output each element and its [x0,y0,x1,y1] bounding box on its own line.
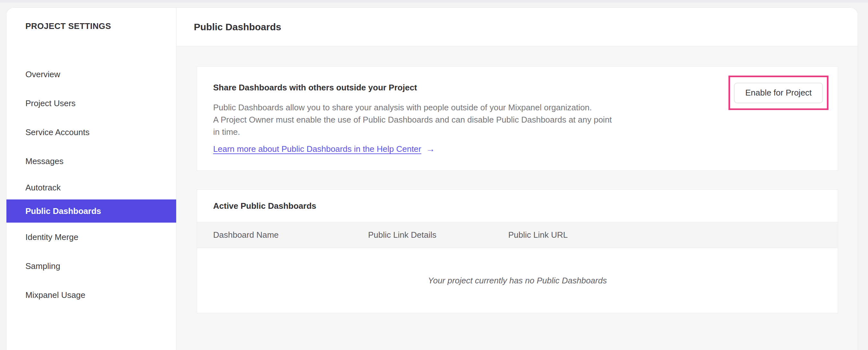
share-card-description-line: Public Dashboards allow you to share you… [213,101,722,114]
settings-sidebar: PROJECT SETTINGS Overview Project Users … [6,8,177,350]
share-card-description: Public Dashboards allow you to share you… [213,101,722,138]
active-dashboards-title-row: Active Public Dashboards [197,190,838,222]
active-dashboards-card: Active Public Dashboards Dashboard Name … [197,189,838,313]
page-header: Public Dashboards [177,8,858,46]
column-header-dashboard-name: Dashboard Name [213,230,368,240]
sidebar-title: PROJECT SETTINGS [6,21,176,31]
column-header-public-link-details: Public Link Details [368,230,508,240]
sidebar-item-autotrack[interactable]: Autotrack [6,176,176,200]
dashboards-table-empty-state: Your project currently has no Public Das… [197,248,838,313]
sidebar-item-service-accounts[interactable]: Service Accounts [6,118,176,147]
share-card-heading: Share Dashboards with others outside you… [213,82,722,93]
sidebar-item-public-dashboards[interactable]: Public Dashboards [6,200,176,223]
sidebar-item-sampling[interactable]: Sampling [6,252,176,281]
sidebar-item-messages[interactable]: Messages [6,147,176,176]
arrow-right-icon: → [426,144,435,154]
sidebar-item-project-users[interactable]: Project Users [6,89,176,118]
help-center-link[interactable]: Learn more about Public Dashboards in th… [213,144,435,154]
share-card-description-line: in time. [213,126,722,138]
sidebar-item-overview[interactable]: Overview [6,60,176,89]
column-header-public-link-url: Public Link URL [508,230,838,240]
empty-state-message: Your project currently has no Public Das… [428,276,607,286]
sidebar-item-mixpanel-usage[interactable]: Mixpanel Usage [6,281,176,310]
project-settings-app: PROJECT SETTINGS Overview Project Users … [6,7,858,350]
settings-nav: Overview Project Users Service Accounts … [6,60,176,310]
dashboards-table-header: Dashboard Name Public Link Details Publi… [197,222,838,248]
help-center-link-label: Learn more about Public Dashboards in th… [213,144,422,154]
page-title: Public Dashboards [194,22,281,32]
active-dashboards-title: Active Public Dashboards [213,201,316,211]
sidebar-item-identity-merge[interactable]: Identity Merge [6,223,176,252]
annotation-highlight-box: Enable for Project [728,76,829,110]
content-area: Share Dashboards with others outside you… [177,46,858,350]
enable-for-project-button[interactable]: Enable for Project [734,83,823,103]
share-card-description-line: A Project Owner must enable the use of P… [213,114,722,126]
share-dashboards-card: Share Dashboards with others outside you… [197,66,838,171]
